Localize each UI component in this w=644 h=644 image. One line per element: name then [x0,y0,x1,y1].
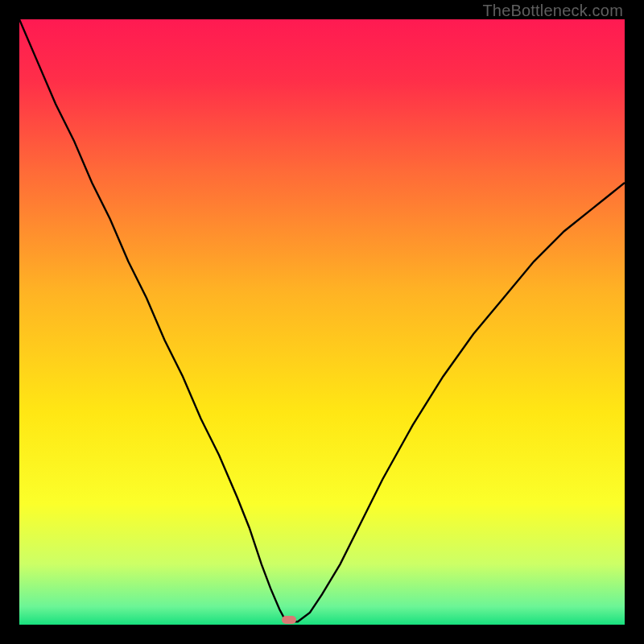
chart-background-gradient [19,19,625,625]
watermark-text: TheBottleneck.com [482,2,623,20]
optimal-point-marker [282,616,296,624]
chart-frame [19,19,625,625]
bottleneck-chart [19,19,625,625]
